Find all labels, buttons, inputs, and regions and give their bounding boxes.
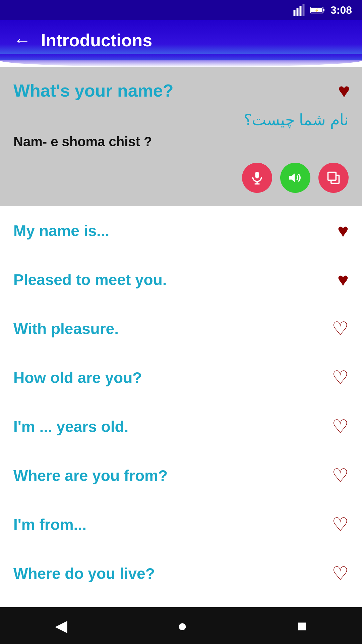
list-item[interactable]: I'm ... years old.♡	[0, 402, 362, 451]
home-nav-button[interactable]: ●	[177, 616, 187, 635]
bottom-nav: ◀ ● ■	[0, 607, 362, 644]
list-item[interactable]: My name is...♥	[0, 206, 362, 255]
svg-rect-3	[302, 4, 304, 16]
svg-marker-11	[289, 173, 295, 182]
phrase-text: Pleased to meet you.	[13, 271, 338, 289]
svg-rect-13	[328, 172, 336, 180]
page-title: Introductions	[41, 30, 152, 50]
svg-text:⚡: ⚡	[315, 8, 319, 12]
battery-icon: ⚡	[310, 5, 325, 15]
phrase-text: I'm ... years old.	[13, 418, 332, 436]
list-item[interactable]: With pleasure.♡	[0, 304, 362, 353]
svg-rect-2	[299, 6, 301, 16]
svg-rect-6	[323, 9, 324, 11]
favorite-button[interactable]: ♡	[332, 514, 349, 535]
mic-icon	[250, 170, 264, 185]
phrase-text: Where are you from?	[13, 467, 332, 485]
featured-favorite-button[interactable]: ♥	[338, 79, 350, 102]
featured-transliteration: Nam- e shoma chist ?	[13, 134, 349, 149]
list-item[interactable]: How old are you?♡	[0, 353, 362, 402]
phrase-text: I'm from...	[13, 516, 332, 534]
speaker-button[interactable]	[280, 163, 310, 193]
featured-script-translation: نام شما چیست؟	[13, 111, 349, 129]
status-time: 3:08	[330, 4, 352, 16]
back-button[interactable]: ←	[13, 32, 31, 49]
list-item[interactable]: Where are you from?♡	[0, 451, 362, 500]
favorite-button[interactable]: ♡	[332, 318, 349, 339]
svg-rect-1	[296, 8, 298, 16]
back-nav-button[interactable]: ◀	[55, 616, 67, 635]
favorite-button[interactable]: ♡	[332, 562, 349, 584]
svg-rect-0	[293, 10, 295, 16]
list-item[interactable]: Where do you live?♡	[0, 549, 362, 598]
speaker-icon	[288, 170, 303, 185]
phrase-list: My name is...♥Pleased to meet you.♥With …	[0, 206, 362, 638]
phrase-text: How old are you?	[13, 369, 332, 387]
phrase-text: My name is...	[13, 222, 338, 240]
favorite-button[interactable]: ♡	[332, 416, 349, 437]
nav-bar: ← Introductions	[0, 20, 362, 60]
featured-card: What's your name? نام شما چیست؟ Nam- e s…	[0, 67, 362, 206]
signal-icon	[293, 4, 305, 16]
copy-icon	[326, 170, 341, 185]
featured-phrase-text: What's your name?	[13, 80, 349, 101]
recents-nav-button[interactable]: ■	[297, 616, 307, 635]
status-bar: ⚡ 3:08	[0, 0, 362, 20]
phrase-text: Where do you live?	[13, 565, 332, 583]
action-buttons-row	[13, 163, 349, 196]
svg-rect-8	[255, 172, 259, 178]
favorite-button[interactable]: ♥	[338, 269, 349, 290]
phrase-text: With pleasure.	[13, 320, 332, 338]
favorite-button[interactable]: ♥	[338, 220, 349, 241]
list-item[interactable]: Pleased to meet you.♥	[0, 255, 362, 304]
favorite-button[interactable]: ♡	[332, 367, 349, 388]
copy-button[interactable]	[318, 163, 349, 193]
favorite-button[interactable]: ♡	[332, 465, 349, 486]
mic-button[interactable]	[242, 163, 272, 193]
list-item[interactable]: I'm from...♡	[0, 500, 362, 549]
